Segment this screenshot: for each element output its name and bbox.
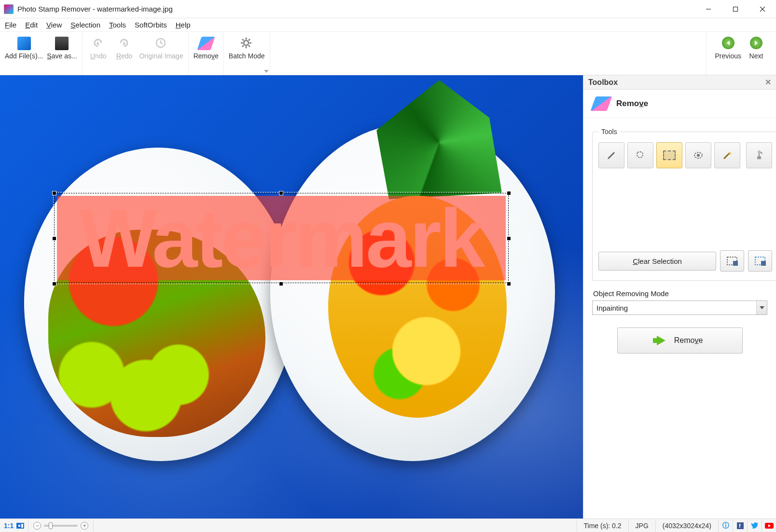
svg-rect-21 xyxy=(761,261,766,266)
marquee-icon xyxy=(663,150,676,160)
toolbox-close-icon[interactable]: ✕ xyxy=(765,78,771,87)
status-dimensions: (4032x3024x24) xyxy=(655,519,718,532)
svg-rect-16 xyxy=(757,156,761,159)
workspace: Watermark Toolbox ✕ Remove Tools xyxy=(0,75,776,518)
maximize-button[interactable] xyxy=(722,0,749,18)
menu-file[interactable]: File xyxy=(5,21,16,29)
menu-view[interactable]: View xyxy=(46,21,62,29)
selection-handle-nw[interactable] xyxy=(52,191,56,195)
toolbar: Add File(s)... Save as... Undo Redo Orig… xyxy=(0,32,776,75)
svg-point-5 xyxy=(244,41,249,45)
eraser-icon xyxy=(591,96,612,111)
youtube-icon[interactable] xyxy=(762,519,776,532)
save-as-button[interactable]: Save as... xyxy=(45,34,79,61)
status-bar: 1:1 − + Time (s): 0.2 JPG (4032x3024x24)… xyxy=(0,518,776,532)
toolbox-section-header: Remove xyxy=(583,90,776,118)
svg-line-12 xyxy=(249,39,250,41)
original-image-button[interactable]: Original Image xyxy=(138,34,185,61)
load-selection-button[interactable] xyxy=(748,250,772,272)
redo-button[interactable]: Redo xyxy=(111,34,138,61)
menu-help[interactable]: Help xyxy=(176,21,191,29)
zoom-out-button[interactable]: − xyxy=(33,522,41,530)
tool-color-select[interactable] xyxy=(685,142,711,168)
batch-mode-button[interactable]: Batch Mode xyxy=(227,34,267,61)
eraser-icon xyxy=(197,37,215,50)
selection-handle-e[interactable] xyxy=(507,236,511,241)
add-files-button[interactable]: Add File(s)... xyxy=(3,34,45,61)
svg-rect-19 xyxy=(733,261,738,266)
info-icon[interactable]: ⓘ xyxy=(718,519,733,532)
menu-selection[interactable]: Selection xyxy=(70,21,100,29)
add-files-icon xyxy=(17,37,31,50)
save-icon xyxy=(55,37,69,50)
canvas[interactable]: Watermark xyxy=(0,75,583,518)
selection-handle-sw[interactable] xyxy=(52,282,56,286)
toolbox-title: Toolbox xyxy=(588,78,618,87)
facebook-icon[interactable]: f xyxy=(733,519,747,532)
save-selection-button[interactable] xyxy=(720,250,744,272)
tools-legend: Tools xyxy=(598,128,620,136)
menu-tools[interactable]: Tools xyxy=(109,21,126,29)
svg-rect-1 xyxy=(734,7,738,11)
menu-softorbits[interactable]: SoftOrbits xyxy=(135,21,167,29)
redo-icon xyxy=(118,37,131,50)
svg-point-17 xyxy=(758,150,761,153)
svg-line-10 xyxy=(242,39,244,41)
svg-point-15 xyxy=(697,154,700,157)
menu-edit[interactable]: Edit xyxy=(25,21,38,29)
gear-icon xyxy=(240,37,253,50)
svg-text:f: f xyxy=(739,523,741,529)
zoom-in-button[interactable]: + xyxy=(81,522,88,530)
selection-handle-n[interactable] xyxy=(279,191,283,195)
remove-action-button[interactable]: Remove xyxy=(617,327,743,354)
tool-clone-stamp[interactable] xyxy=(746,142,772,168)
zoom-track[interactable] xyxy=(44,525,78,527)
app-icon xyxy=(4,4,14,14)
previous-button[interactable]: Previous xyxy=(713,34,743,61)
twitter-icon[interactable] xyxy=(747,519,762,532)
selection-handle-w[interactable] xyxy=(52,236,56,241)
remove-button-toolbar[interactable]: Remove xyxy=(192,34,221,61)
minimize-button[interactable] xyxy=(695,0,722,18)
mode-select[interactable]: Inpainting xyxy=(592,300,767,315)
zoom-slider[interactable]: − + xyxy=(28,519,94,532)
fit-screen-icon[interactable] xyxy=(16,523,24,529)
window-title: Photo Stamp Remover - watermarked-image.… xyxy=(17,5,173,13)
chevron-down-icon xyxy=(756,301,767,314)
tool-rectangle-select[interactable] xyxy=(656,142,682,168)
selection-rectangle[interactable] xyxy=(54,193,509,283)
prev-icon xyxy=(722,37,734,49)
title-bar: Photo Stamp Remover - watermarked-image.… xyxy=(0,0,776,18)
history-icon xyxy=(154,37,168,50)
zoom-thumb[interactable] xyxy=(49,522,53,529)
mode-value: Inpainting xyxy=(593,304,756,312)
next-button[interactable]: Next xyxy=(743,34,769,61)
undo-icon xyxy=(92,37,105,50)
tools-fieldset: Tools Clear Selection xyxy=(592,128,776,281)
mode-label: Object Removing Mode xyxy=(593,289,767,298)
selection-handle-se[interactable] xyxy=(507,282,511,286)
selection-handle-ne[interactable] xyxy=(507,191,511,195)
close-button[interactable] xyxy=(749,0,776,18)
svg-line-13 xyxy=(242,45,244,47)
selection-handle-s[interactable] xyxy=(279,282,283,286)
zoom-ratio[interactable]: 1:1 xyxy=(4,522,14,530)
arrow-right-icon xyxy=(657,336,665,345)
status-time: Time (s): 0.2 xyxy=(577,519,628,532)
tool-pencil[interactable] xyxy=(598,142,624,168)
status-format: JPG xyxy=(628,519,655,532)
next-icon xyxy=(750,37,762,49)
toolbox-header: Toolbox ✕ xyxy=(583,75,776,90)
overflow-handle[interactable] xyxy=(264,70,269,73)
undo-button[interactable]: Undo xyxy=(85,34,111,61)
toolbox-panel: Toolbox ✕ Remove Tools Clear Sel xyxy=(583,75,776,518)
svg-line-11 xyxy=(249,45,250,47)
tool-magic-wand[interactable] xyxy=(714,142,740,168)
clear-selection-button[interactable]: Clear Selection xyxy=(598,252,716,271)
menu-bar: File Edit View Selection Tools SoftOrbit… xyxy=(0,18,776,32)
tool-free-select[interactable] xyxy=(627,142,653,168)
